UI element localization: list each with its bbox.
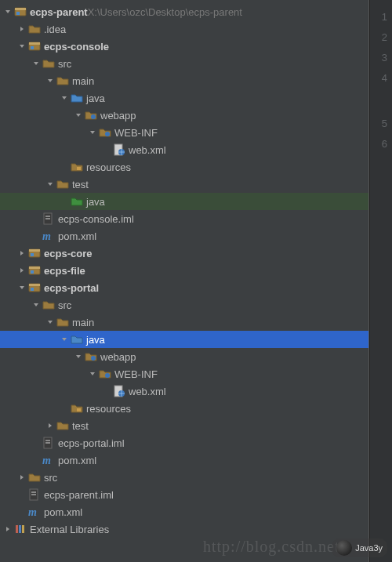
svg-rect-23: [31, 288, 34, 291]
svg-rect-22: [29, 284, 40, 286]
tree-item-label: pom.xml: [58, 230, 96, 242]
tree-item-label: src: [58, 58, 71, 70]
svg-rect-19: [29, 266, 40, 269]
brand-avatar-icon: [336, 540, 352, 556]
brand-badge: Java3y: [332, 538, 387, 557]
tree-row[interactable]: ecps-console.iml: [0, 210, 368, 227]
svg-rect-39: [22, 525, 24, 533]
tree-row[interactable]: ecps-parent.iml: [0, 486, 368, 503]
tree-item-label: .idea: [44, 24, 66, 35]
folder-icon: [56, 419, 69, 432]
tree-row[interactable]: ecps-parent X:\Users\ozc\Desktop\ecps-pa…: [0, 3, 368, 20]
web-folder-icon: [99, 368, 111, 380]
tree-row[interactable]: webapp: [0, 107, 368, 124]
chevron-right-icon[interactable]: [17, 24, 27, 34]
tree-row[interactable]: WEB-INF: [0, 365, 368, 383]
svg-rect-13: [45, 218, 50, 219]
tree-row[interactable]: webapp: [0, 348, 368, 365]
tree-item-label: java: [86, 92, 105, 104]
line-number: 3: [382, 52, 387, 63]
chevron-down-icon[interactable]: [74, 352, 83, 361]
tree-row[interactable]: java: [0, 331, 368, 348]
line-number: 5: [382, 118, 387, 129]
line-number: 4: [382, 72, 387, 84]
tree-item-label: test: [72, 420, 89, 432]
tree-row[interactable]: External Libraries: [0, 520, 368, 538]
svg-rect-31: [45, 442, 50, 444]
web-folder-icon: [99, 126, 111, 139]
tree-item-label: resources: [86, 161, 131, 173]
module-icon: [28, 247, 41, 259]
tree-row[interactable]: java: [0, 193, 368, 210]
chevron-down-icon[interactable]: [45, 76, 55, 85]
tree-row[interactable]: main: [0, 314, 368, 331]
tree-row[interactable]: web.xml: [0, 141, 368, 158]
module-icon: [28, 40, 41, 53]
src-folder-icon: [71, 333, 83, 346]
tree-row[interactable]: java: [0, 89, 368, 107]
tree-item-label: ecps-parent: [30, 6, 88, 18]
svg-rect-4: [29, 42, 40, 45]
folder-icon: [56, 178, 69, 190]
res-folder-icon: [71, 402, 83, 415]
tree-item-label: src: [44, 472, 57, 484]
chevron-right-icon[interactable]: [17, 473, 27, 482]
tree-row[interactable]: main: [0, 72, 368, 89]
brand-label: Java3y: [355, 543, 383, 553]
test-folder-icon: [71, 195, 83, 208]
chevron-right-icon[interactable]: [17, 266, 27, 275]
chevron-down-icon[interactable]: [3, 7, 13, 16]
src-folder-icon: [71, 92, 83, 104]
tree-row[interactable]: mpom.xml: [0, 451, 368, 469]
tree-row[interactable]: ecps-console: [0, 38, 368, 55]
tree-item-label: ecps-console: [44, 41, 109, 53]
tree-row[interactable]: resources: [0, 158, 368, 176]
tree-row[interactable]: src: [0, 296, 368, 314]
maven-icon: m: [28, 506, 41, 518]
chevron-down-icon[interactable]: [60, 335, 69, 344]
tree-row[interactable]: ecps-portal: [0, 279, 368, 296]
tree-row[interactable]: mpom.xml: [0, 503, 368, 520]
tree-row[interactable]: resources: [0, 400, 368, 417]
chevron-down-icon[interactable]: [17, 42, 27, 51]
tree-row[interactable]: src: [0, 469, 368, 486]
watermark-text: http://blog.csdn.net/: [203, 538, 345, 556]
chevron-right-icon[interactable]: [3, 524, 13, 534]
project-tree[interactable]: ecps-parent X:\Users\ozc\Desktop\ecps-pa…: [0, 0, 369, 562]
chevron-down-icon[interactable]: [31, 300, 41, 310]
chevron-down-icon[interactable]: [88, 369, 97, 379]
chevron-right-icon[interactable]: [17, 248, 27, 258]
tree-item-label: pom.xml: [44, 506, 82, 518]
chevron-down-icon[interactable]: [45, 317, 55, 327]
tree-item-label: test: [72, 179, 89, 190]
svg-rect-2: [16, 12, 20, 15]
tree-item-label: ecps-parent.iml: [44, 489, 114, 501]
chevron-down-icon[interactable]: [60, 93, 69, 103]
maven-icon: m: [42, 230, 55, 242]
tree-row[interactable]: test: [0, 176, 368, 193]
tree-row[interactable]: test: [0, 417, 368, 434]
iml-icon: [28, 488, 41, 501]
chevron-right-icon[interactable]: [45, 421, 55, 430]
chevron-down-icon[interactable]: [31, 59, 41, 68]
chevron-down-icon[interactable]: [17, 283, 27, 292]
folder-icon: [28, 471, 41, 484]
svg-point-25: [105, 373, 110, 378]
chevron-down-icon[interactable]: [45, 179, 55, 189]
tree-row[interactable]: .idea: [0, 20, 368, 38]
chevron-down-icon[interactable]: [88, 128, 97, 137]
tree-row[interactable]: ecps-file: [0, 262, 368, 279]
tree-item-label: main: [72, 75, 94, 87]
tree-row[interactable]: src: [0, 55, 368, 72]
tree-row[interactable]: ecps-portal.iml: [0, 434, 368, 451]
tree-item-label: java: [86, 334, 105, 346]
tree-row[interactable]: WEB-INF: [0, 124, 368, 141]
chevron-down-icon[interactable]: [74, 111, 83, 120]
svg-rect-20: [31, 270, 34, 274]
editor-gutter: 1 2 3 4 5 6: [369, 0, 392, 562]
libs-icon: [14, 523, 27, 535]
tree-row[interactable]: mpom.xml: [0, 227, 368, 245]
tree-row[interactable]: web.xml: [0, 383, 368, 400]
folder-icon: [56, 316, 69, 328]
tree-row[interactable]: ecps-core: [0, 245, 368, 262]
